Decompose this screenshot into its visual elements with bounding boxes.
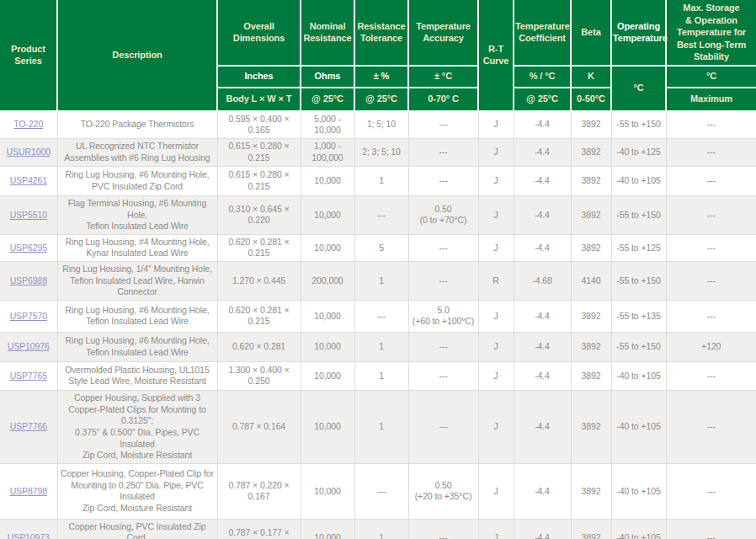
beta-cell: 4140: [571, 262, 611, 301]
dimensions-cell: 0.310 × 0.645 × 0.220: [217, 195, 301, 234]
operating-temperature-cell: -55 to +135: [611, 300, 666, 332]
header-max-storage: Max. Storage & Operation Temperature for…: [666, 0, 756, 66]
beta-cell: 3892: [571, 166, 611, 195]
header-beta-condition: 0-50°C: [571, 88, 611, 111]
table-row: USP7765Overmolded Plastic Housing, UL101…: [0, 361, 756, 390]
dimensions-cell: 0.787 × 0.220 × 0.167: [217, 463, 301, 519]
resistance-tolerance-cell: 1; 5; 10: [354, 111, 408, 139]
temperature-coefficient-cell: -4.4: [514, 300, 571, 332]
operating-temperature-cell: -55 to +150: [611, 195, 666, 234]
operating-temperature-cell: -40 to +105: [611, 519, 666, 539]
temperature-coefficient-cell: -4.4: [514, 361, 571, 390]
max-storage-cell: +120: [666, 332, 756, 361]
temperature-accuracy-cell: ---: [408, 332, 478, 361]
temperature-coefficient-cell: -4.68: [514, 262, 571, 301]
resistance-tolerance-cell: 2; 3; 5; 10: [354, 138, 408, 166]
table-row: TO-220TO-220 Package Thermistors0.595 × …: [0, 111, 756, 139]
max-storage-cell: ---: [666, 262, 756, 301]
description-cell: Ring Lug Housing, #4 Mounting Hole, Kyna…: [57, 234, 217, 261]
table-row: USP6988Ring Lug Housing, 1/4" Mounting H…: [0, 262, 756, 301]
header-resistance-tolerance: Resistance Tolerance: [354, 0, 408, 66]
header-accuracy-condition: 0-70° C: [408, 88, 478, 111]
product-series-link[interactable]: USP5510: [10, 210, 47, 220]
temperature-coefficient-cell: -4.4: [514, 234, 571, 261]
header-row-labels: Product Series Description Overall Dimen…: [0, 0, 756, 66]
product-series-cell: USP7570: [0, 300, 57, 332]
rt-curve-cell: J: [478, 390, 514, 463]
description-cell: Ring Lug Housing, #6 Mounting Hole, Tefl…: [57, 332, 217, 361]
resistance-tolerance-cell: ---: [354, 463, 408, 519]
table-row: USP5510Flag Terminal Housing, #6 Mountin…: [0, 195, 756, 234]
description-cell: Ring Lug Housing, #6 Mounting Hole, PVC …: [57, 166, 217, 195]
temperature-accuracy-cell: ---: [408, 262, 478, 301]
max-storage-cell: ---: [666, 390, 756, 463]
thermistor-products-table: Product Series Description Overall Dimen…: [0, 0, 756, 539]
resistance-tolerance-cell: 1: [354, 519, 408, 539]
temperature-coefficient-cell: -4.4: [514, 111, 571, 139]
rt-curve-cell: J: [478, 195, 514, 234]
temperature-coefficient-cell: -4.4: [514, 390, 571, 463]
product-series-link[interactable]: USP7766: [10, 421, 47, 431]
nominal-resistance-cell: 10,000: [301, 234, 354, 261]
table-row: USUR1000UL Recognized NTC Thermistor Ass…: [0, 138, 756, 166]
product-series-link[interactable]: USP6295: [10, 243, 47, 253]
rt-curve-cell: J: [478, 332, 514, 361]
dimensions-cell: 0.620 × 0.281 × 0.215: [217, 234, 301, 261]
beta-cell: 3892: [571, 195, 611, 234]
dimensions-cell: 0.787 × 0.177 × 0.164: [217, 519, 301, 539]
header-resistance-unit: Ohms: [301, 66, 354, 88]
nominal-resistance-cell: 10,000: [301, 166, 354, 195]
temperature-accuracy-cell: 5.0 (+60 to +100°C): [408, 300, 478, 332]
temperature-accuracy-cell: 0.50 (+20 to +35°C): [408, 463, 478, 519]
header-max-storage-condition: Maximum: [666, 88, 756, 111]
nominal-resistance-cell: 10,000: [301, 195, 354, 234]
product-series-link[interactable]: USP4261: [10, 175, 47, 185]
dimensions-cell: 0.620 × 0.281: [217, 332, 301, 361]
product-series-link[interactable]: USP7570: [10, 311, 47, 321]
rt-curve-cell: J: [478, 519, 514, 539]
header-temperature-coefficient: Temperature Coefficient: [514, 0, 571, 66]
rt-curve-cell: J: [478, 300, 514, 332]
beta-cell: 3892: [571, 332, 611, 361]
product-series-cell: TO-220: [0, 111, 57, 139]
rt-curve-cell: R: [478, 262, 514, 301]
product-series-link[interactable]: USP7765: [10, 371, 47, 381]
temperature-accuracy-cell: ---: [408, 390, 478, 463]
product-series-cell: USP10976: [0, 332, 57, 361]
beta-cell: 3892: [571, 138, 611, 166]
product-series-link[interactable]: USP6988: [10, 275, 47, 286]
product-series-link[interactable]: USP8798: [10, 486, 47, 496]
max-storage-cell: ---: [666, 300, 756, 332]
temperature-accuracy-cell: ---: [408, 111, 478, 139]
header-product-series: Product Series: [0, 0, 57, 111]
table-row: USP10973Copper Housing, PVC Insulated Zi…: [0, 519, 756, 539]
product-series-link[interactable]: USP10973: [8, 532, 50, 539]
header-resistance-condition: @ 25°C: [301, 88, 354, 111]
temperature-accuracy-cell: ---: [408, 234, 478, 261]
description-cell: Overmolded Plastic Housing, UL1015 Style…: [57, 361, 217, 390]
resistance-tolerance-cell: 1: [354, 361, 408, 390]
beta-cell: 3892: [571, 390, 611, 463]
product-series-link[interactable]: TO-220: [13, 119, 43, 129]
temperature-accuracy-cell: 0.50 (0 to +70°C): [408, 195, 478, 234]
description-cell: UL Recognized NTC Thermistor Assemblies …: [57, 138, 217, 166]
temperature-coefficient-cell: -4.4: [514, 463, 571, 519]
product-selection-page: Product Series Description Overall Dimen…: [0, 0, 756, 539]
resistance-tolerance-cell: 1: [354, 166, 408, 195]
header-operating-temperature: Operating Temperature: [611, 0, 666, 66]
max-storage-cell: ---: [666, 195, 756, 234]
rt-curve-cell: J: [478, 138, 514, 166]
product-series-link[interactable]: USP10976: [8, 341, 50, 351]
product-series-link[interactable]: USUR1000: [7, 147, 51, 157]
nominal-resistance-cell: 5,000 - 10,000: [301, 111, 354, 139]
nominal-resistance-cell: 10,000: [301, 300, 354, 332]
beta-cell: 3892: [571, 300, 611, 332]
dimensions-cell: 1.300 × 0.400 × 0.250: [217, 361, 301, 390]
nominal-resistance-cell: 1,000 - 100,000: [301, 138, 354, 166]
header-accuracy-unit: ± °C: [408, 66, 478, 88]
max-storage-cell: ---: [666, 111, 756, 139]
temperature-coefficient-cell: -4.4: [514, 519, 571, 539]
dimensions-cell: 1.270 × 0.445: [217, 262, 301, 301]
header-description: Description: [57, 0, 217, 111]
temperature-coefficient-cell: -4.4: [514, 332, 571, 361]
